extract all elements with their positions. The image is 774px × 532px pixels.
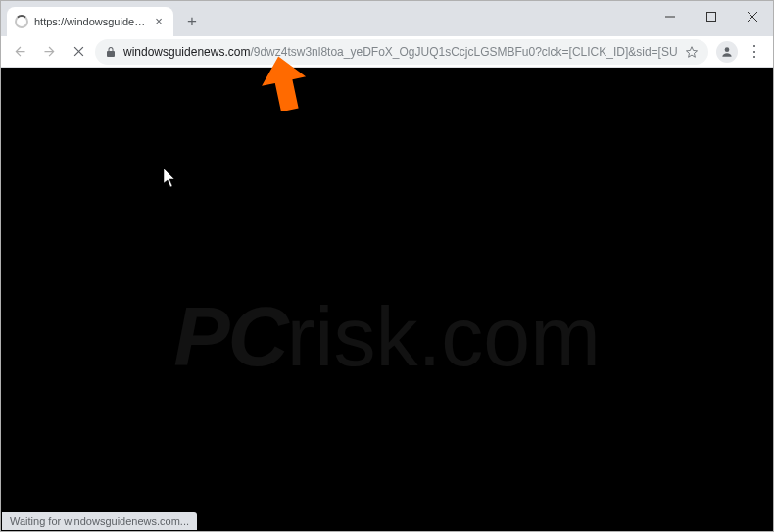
lock-icon [105,46,117,58]
back-button[interactable] [7,39,32,65]
new-tab-button[interactable]: + [179,9,205,34]
address-bar[interactable]: windowsguidenews.com/9dwz4tsw3nl8toa_yeD… [95,39,708,65]
url-domain: windowsguidenews.com [123,45,250,59]
svg-rect-1 [707,13,716,22]
tab-title: https://windowsguidenews.com/ [34,16,146,27]
stop-reload-button[interactable] [66,39,91,65]
window-controls [650,1,773,32]
watermark-pc: PC [173,289,286,383]
person-icon [720,45,734,59]
url-text: windowsguidenews.com/9dwz4tsw3nl8toa_yeD… [123,45,678,59]
forward-arrow-icon [42,44,57,59]
menu-button[interactable]: ⋮ [742,39,767,65]
watermark: PCrisk.com [173,288,601,385]
close-window-button[interactable] [732,1,773,32]
titlebar: https://windowsguidenews.com/ × + [1,1,773,36]
close-icon [748,12,757,22]
profile-avatar-button[interactable] [716,41,738,63]
loading-spinner-icon [15,15,28,28]
svg-point-6 [725,47,730,52]
bookmark-star-icon[interactable] [685,45,699,59]
minimize-icon [665,12,675,22]
status-bar: Waiting for windowsguidenews.com... [2,512,197,530]
maximize-button[interactable] [691,1,732,32]
forward-button[interactable] [36,39,62,65]
minimize-button[interactable] [650,1,691,32]
close-tab-button[interactable]: × [152,15,166,28]
mouse-cursor-icon [164,169,177,192]
maximize-icon [706,12,716,22]
page-content: PCrisk.com [1,68,773,531]
url-path: /9dwz4tsw3nl8toa_yeDFoX_OgJUQ1sCcjcLGSMB… [250,45,678,59]
toolbar: windowsguidenews.com/9dwz4tsw3nl8toa_yeD… [1,36,773,68]
browser-window: https://windowsguidenews.com/ × + [0,0,774,532]
browser-tab[interactable]: https://windowsguidenews.com/ × [7,7,173,36]
back-arrow-icon [13,44,27,59]
watermark-risk: risk.com [287,289,601,383]
stop-icon [72,44,86,59]
